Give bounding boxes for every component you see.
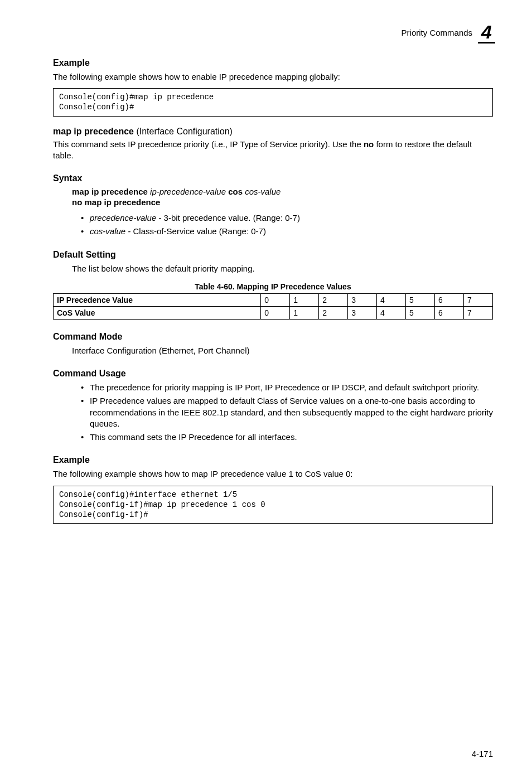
table-cell: 1 (290, 293, 319, 306)
table-cell: 2 (319, 293, 348, 306)
chapter-number-icon: 4 (480, 22, 493, 42)
row-label: CoS Value (54, 306, 261, 319)
table-cell: 2 (319, 306, 348, 319)
code-block: Console(config)#map ip precedence Consol… (53, 88, 493, 116)
page-number: 4-171 (472, 749, 493, 758)
table-cell: 7 (464, 306, 493, 319)
syntax-line: map ip precedence ip-precedence-value co… (72, 187, 493, 196)
table-cell: 5 (406, 306, 435, 319)
syntax-bold: cos (228, 187, 243, 196)
example-heading: Example (53, 455, 493, 465)
list-item: This command sets the IP Precedence for … (81, 432, 493, 443)
param-name: precedence-value (90, 213, 156, 222)
desc-bold: no (364, 139, 374, 149)
syntax-line: no map ip precedence (72, 197, 493, 207)
syntax-bold: map ip precedence (72, 187, 148, 196)
table-cell: 7 (464, 293, 493, 306)
example-heading: Example (53, 58, 493, 68)
table-cell: 3 (348, 293, 377, 306)
example-intro: The following example shows how to enabl… (53, 71, 493, 83)
example-intro: The following example shows how to map I… (53, 468, 493, 480)
syntax-ital: ip-precedence-value (148, 187, 228, 196)
header-title: Priority Commands (402, 28, 473, 37)
command-usage-bullets: The precedence for priority mapping is I… (81, 382, 493, 443)
table-caption: Table 4-60. Mapping IP Precedence Values (53, 282, 493, 291)
command-context: (Interface Configuration) (134, 127, 233, 136)
list-item: The precedence for priority mapping is I… (81, 382, 493, 393)
table-cell: 0 (261, 293, 290, 306)
table-cell: 1 (290, 306, 319, 319)
table-cell: 4 (377, 293, 406, 306)
param-name: cos-value - (90, 226, 130, 236)
list-item: IP Precedence values are mapped to defau… (81, 395, 493, 429)
command-mode-heading: Command Mode (53, 332, 493, 342)
param-desc: Class-of-Service value (Range: 0-7) (130, 226, 266, 236)
table-row: IP Precedence Value 0 1 2 3 4 5 6 7 (54, 293, 493, 306)
desc-text: This command sets IP precedence priority… (53, 139, 364, 149)
table-cell: 6 (435, 306, 464, 319)
list-item: precedence-value - 3-bit precedence valu… (81, 212, 493, 224)
param-desc: - 3-bit precedence value. (Range: 0-7) (156, 213, 300, 222)
table-row: CoS Value 0 1 2 3 4 5 6 7 (54, 306, 493, 319)
command-mode-text: Interface Configuration (Ethernet, Port … (72, 345, 493, 356)
table-cell: 6 (435, 293, 464, 306)
command-usage-heading: Command Usage (53, 369, 493, 379)
table-cell: 0 (261, 306, 290, 319)
table-cell: 4 (377, 306, 406, 319)
precedence-table: IP Precedence Value 0 1 2 3 4 5 6 7 CoS … (53, 293, 493, 320)
default-setting-text: The list below shows the default priorit… (72, 263, 493, 274)
row-label: IP Precedence Value (54, 293, 261, 306)
syntax-bullets: precedence-value - 3-bit precedence valu… (81, 212, 493, 238)
syntax-block: map ip precedence ip-precedence-value co… (72, 187, 493, 207)
syntax-ital: cos-value (243, 187, 280, 196)
command-name: map ip precedence (53, 127, 134, 136)
command-description: This command sets IP precedence priority… (53, 139, 493, 162)
default-setting-heading: Default Setting (53, 250, 493, 260)
list-item: cos-value - Class-of-Service value (Rang… (81, 226, 493, 237)
command-title: map ip precedence (Interface Configurati… (53, 127, 493, 137)
table-cell: 3 (348, 306, 377, 319)
syntax-heading: Syntax (53, 173, 493, 183)
code-block: Console(config)#interface ethernet 1/5 C… (53, 486, 493, 524)
page-header: Priority Commands 4 (53, 22, 493, 42)
table-cell: 5 (406, 293, 435, 306)
